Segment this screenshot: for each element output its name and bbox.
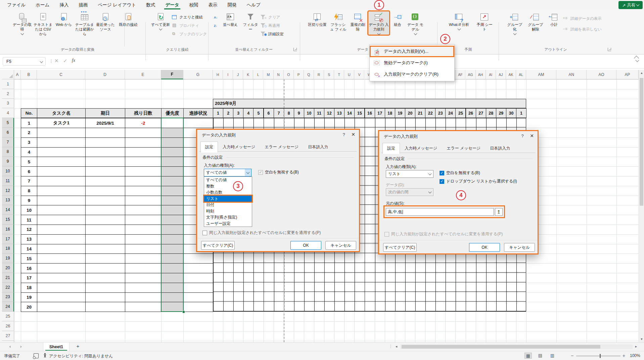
row-header-20[interactable]: 20	[2, 263, 14, 273]
column-header-G[interactable]: G	[183, 70, 213, 79]
grid-cell[interactable]: 8	[21, 186, 37, 196]
grid-cell[interactable]	[37, 302, 86, 312]
row-header-2[interactable]: 2	[2, 89, 14, 99]
column-header-AH[interactable]: AH	[476, 70, 486, 79]
grid-cell[interactable]	[183, 273, 213, 283]
grid-cell[interactable]	[85, 157, 125, 167]
date-header-cell[interactable]: 10	[304, 108, 314, 118]
grid-cell[interactable]: 1	[21, 118, 37, 128]
grid-cell[interactable]	[125, 283, 162, 293]
date-header-cell[interactable]: 27	[476, 108, 486, 118]
date-header-cell[interactable]: 28	[486, 108, 496, 118]
menu-tab-数式[interactable]: 数式	[141, 0, 160, 10]
grid-cell[interactable]	[85, 234, 125, 244]
grid-cell[interactable]	[37, 234, 86, 244]
grid-cell[interactable]: 14	[21, 244, 37, 254]
date-header-cell[interactable]: 7	[274, 108, 284, 118]
column-header-S[interactable]: S	[324, 70, 334, 79]
cancel-button[interactable]: キャンセル	[325, 241, 356, 250]
date-header-cell[interactable]: 8	[284, 108, 294, 118]
text-to-columns-button[interactable]: 区切り位置	[307, 11, 327, 27]
vertical-scrollbar[interactable]: ▲ ▼	[639, 70, 644, 342]
clear-all-button[interactable]: すべてクリア(C)	[201, 241, 235, 250]
column-header-C[interactable]: C	[37, 70, 85, 79]
grid-cell[interactable]: 12	[21, 225, 37, 235]
row-header-5[interactable]: 5	[2, 118, 14, 128]
column-header-AL[interactable]: AL	[516, 70, 526, 79]
column-header-AI[interactable]: AI	[486, 70, 496, 79]
row-header-24[interactable]: 24	[2, 302, 14, 312]
zoom-slider-thumb[interactable]	[600, 354, 601, 358]
column-header-O[interactable]: O	[284, 70, 294, 79]
horizontal-scroll-thumb[interactable]	[402, 345, 600, 349]
date-header-cell[interactable]: 23	[435, 108, 446, 118]
tab-settings[interactable]: 設定	[200, 142, 218, 153]
date-header-cell[interactable]: 4	[243, 108, 254, 118]
date-header-cell[interactable]: 24	[445, 108, 456, 118]
date-header-cell[interactable]: 15	[354, 108, 365, 118]
grid-cell[interactable]	[125, 263, 162, 273]
column-header-AG[interactable]: AG	[466, 70, 476, 79]
column-header-N[interactable]: N	[274, 70, 284, 79]
data-model-button[interactable]: データ モ デル	[406, 11, 425, 35]
grid-cell[interactable]	[125, 292, 162, 303]
grid-cell[interactable]	[37, 263, 86, 273]
column-header-V[interactable]: V	[354, 70, 364, 79]
grid-cell[interactable]	[183, 292, 213, 303]
grid-cell[interactable]	[125, 225, 162, 235]
grid-cell[interactable]	[85, 186, 125, 196]
row-header-17[interactable]: 17	[2, 234, 14, 244]
grid-cell[interactable]: 18	[21, 283, 37, 293]
grid-cell[interactable]: 20	[21, 302, 37, 312]
refresh-all-button[interactable]: すべて更新	[150, 11, 171, 30]
menu-tab-ヘルプ[interactable]: ヘルプ	[242, 0, 266, 10]
grid-cell[interactable]	[125, 253, 162, 264]
grid-cell[interactable]	[37, 215, 86, 225]
dropdown-item-整数[interactable]: 整数	[204, 183, 252, 190]
grid-cell[interactable]	[125, 147, 162, 157]
grid-cell[interactable]: 4	[21, 147, 37, 157]
column-header-AN[interactable]: AN	[556, 70, 587, 79]
grid-cell[interactable]	[85, 253, 125, 264]
date-header-cell[interactable]: 5	[253, 108, 264, 118]
grid-cell[interactable]	[85, 302, 125, 312]
grid-cell[interactable]	[125, 234, 162, 244]
in-cell-dropdown-checkbox[interactable]: ✓ドロップダウン リストから選択する(I)	[440, 178, 517, 184]
share-button[interactable]: ↗ 共有	[618, 1, 643, 9]
menu-tab-開発[interactable]: 開発	[223, 0, 242, 10]
select-all-corner[interactable]	[2, 70, 14, 79]
grid-cell[interactable]	[37, 244, 86, 254]
grid-cell[interactable]: 6	[21, 166, 37, 176]
ungroup-button[interactable]: グループ 解除	[526, 11, 545, 32]
grid-cell[interactable]	[85, 137, 125, 148]
date-header-cell[interactable]: 25	[455, 108, 466, 118]
menu-item-clear-validation-circles[interactable]: 入力規則マークのクリア(R)	[370, 69, 454, 80]
date-header-cell[interactable]: 6	[264, 108, 274, 118]
dialog-launcher-icon[interactable]	[293, 48, 297, 51]
grid-cell[interactable]: 19	[21, 292, 37, 303]
column-header-AM[interactable]: AM	[526, 70, 556, 79]
grid-cell[interactable]	[125, 215, 162, 225]
sort-ascending-button[interactable]	[214, 14, 220, 22]
row-header-22[interactable]: 22	[2, 283, 14, 292]
apply-all-checkbox[interactable]: 同じ入力規則が設定されたすべてのセルに変更を適用する(P)	[202, 230, 321, 236]
tab-settings[interactable]: 設定	[382, 143, 400, 154]
dropdown-item-文字列(長さ指定)[interactable]: 文字列(長さ指定)	[204, 214, 252, 221]
table-header-cell[interactable]: No.	[21, 108, 37, 118]
forecast-sheet-button[interactable]: 予測 シート	[475, 11, 494, 32]
grid-cell[interactable]	[125, 137, 162, 148]
grid-cell[interactable]	[85, 283, 125, 293]
filter-button[interactable]: フィルター	[241, 11, 260, 32]
ok-button[interactable]: OK	[290, 241, 321, 250]
dropdown-item-小数点数[interactable]: 小数点数	[204, 189, 252, 196]
date-header-cell[interactable]: 26	[466, 108, 476, 118]
cancel-icon[interactable]: ✕	[54, 58, 59, 64]
accessibility-status[interactable]: アクセシビリティ: 問題ありません	[49, 353, 113, 359]
grid-cell[interactable]	[125, 166, 162, 176]
grid-cell[interactable]	[125, 128, 162, 138]
grid-cell[interactable]	[125, 244, 162, 254]
row-header-13[interactable]: 13	[2, 196, 14, 205]
grid-cell[interactable]	[85, 166, 125, 176]
sort-button[interactable]: 並べ替え	[220, 11, 240, 27]
grid-cell[interactable]: 5	[21, 157, 37, 167]
